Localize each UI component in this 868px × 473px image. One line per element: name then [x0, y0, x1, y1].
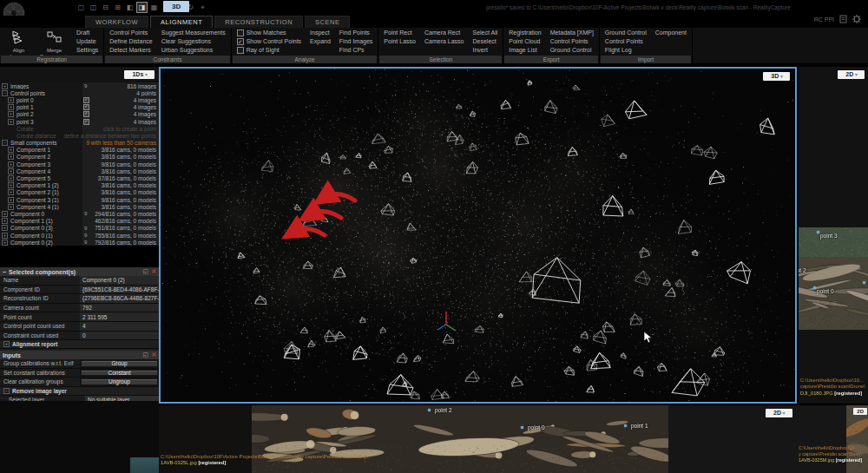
tree-row[interactable]: +Component 0 (3)9751/816 cams, 0 models	[0, 225, 159, 232]
ribbon-item-settings[interactable]: Settings	[76, 46, 98, 55]
checkbox-icon[interactable]	[237, 30, 244, 36]
expander-icon[interactable]: +	[8, 119, 14, 125]
ribbon-item-find-points[interactable]: Find Points	[339, 29, 373, 37]
ribbon-item-metadata-xmp-[interactable]: Metadata [XMP]	[550, 29, 594, 37]
ribbon-item-ground-control[interactable]: Ground Control	[550, 46, 594, 55]
expander-icon[interactable]: +	[8, 104, 14, 110]
split-rows-icon[interactable]: ⊟	[101, 3, 110, 12]
expand-icon[interactable]: +	[3, 341, 10, 347]
view-mode-3d-button[interactable]: 3D	[163, 1, 189, 12]
ribbon-item-clear-suggestions[interactable]: Clear Suggestions	[161, 37, 226, 46]
right-2d-panel[interactable]: 2D ▾ point 3 point 2 point 0 C:\Users\he…	[799, 67, 868, 404]
tree-row[interactable]: −Control points4 points	[0, 89, 159, 96]
ribbon-item-update[interactable]: Update	[76, 37, 98, 46]
merge-components-button[interactable]: MergeComponents	[41, 29, 68, 56]
enabled-checkbox-icon[interactable]: ✓	[83, 119, 89, 125]
expander-icon[interactable]: +	[8, 182, 14, 188]
thumbnail-partial[interactable]	[130, 457, 159, 473]
tree-row[interactable]: +Component 537/816 cams, 0 models	[0, 174, 159, 181]
document-icon[interactable]	[839, 15, 847, 23]
tree-row[interactable]: +point 1✓4 images	[0, 104, 159, 111]
expander-icon[interactable]: +	[8, 175, 14, 181]
grid-2x2-icon[interactable]: ⊞	[113, 3, 122, 12]
expander-icon[interactable]: +	[2, 218, 8, 224]
control-point-dot[interactable]	[863, 281, 865, 284]
ribbon-item-control-points[interactable]: Control Points	[109, 29, 152, 37]
close-panel-icon[interactable]: ✕	[151, 268, 156, 275]
tree-row[interactable]: +Component 39/816 cams, 0 models	[0, 161, 159, 168]
tree-row[interactable]: +Component 0 (2)9792/816 cams, 0 models	[0, 239, 159, 246]
tree-view-badge[interactable]: 1Ds ▾	[124, 70, 155, 79]
enabled-checkbox-icon[interactable]: ✓	[83, 104, 89, 110]
checkbox-icon[interactable]: ✓	[237, 38, 244, 45]
align-images-button[interactable]: AlignImages	[5, 29, 32, 56]
control-point-dot[interactable]	[521, 426, 523, 429]
right-panel-view-badge[interactable]: 2D ▾	[838, 70, 865, 79]
ribbon-item-deselect[interactable]: Deselect	[472, 37, 497, 46]
control-point-dot[interactable]	[813, 286, 816, 289]
checkbox-show-control-points[interactable]: ✓Show Control Points	[237, 37, 301, 46]
expander-icon[interactable]: −	[2, 140, 8, 146]
tree-row[interactable]: Create distancedefine a distance between…	[0, 132, 159, 139]
control-point-dot[interactable]	[624, 424, 627, 427]
ribbon-item-urban-suggestions[interactable]: Urban Suggestions	[161, 46, 226, 55]
expander-icon[interactable]: +	[8, 147, 14, 153]
maximize-layout-icon[interactable]: ▢	[76, 3, 86, 12]
tree-row[interactable]: +Component 23/816 cams, 0 models	[0, 154, 159, 161]
ribbon-item-find-images[interactable]: Find Images	[339, 37, 373, 46]
expander-icon[interactable]: +	[2, 225, 8, 231]
ribbon-item-flight-log[interactable]: Flight Log	[605, 46, 647, 55]
enabled-checkbox-icon[interactable]: ✓	[83, 97, 89, 103]
ungroup-button[interactable]: Ungroup	[81, 378, 158, 385]
ribbon-item-camera-lasso[interactable]: Camera Lasso	[424, 37, 464, 46]
tree-row[interactable]: +Component 4 (1)3/816 cams, 0 models	[0, 203, 159, 210]
settings-gear-icon[interactable]	[852, 15, 861, 23]
ribbon-item-define-distance[interactable]: Define Distance	[109, 37, 152, 46]
tree-row[interactable]: +Component 0 (1)9755/816 cams, 0 models	[0, 232, 159, 239]
ribbon-item-invert[interactable]: Invert	[472, 46, 497, 55]
collapse-icon[interactable]: −	[3, 269, 6, 275]
expander-icon[interactable]: +	[8, 189, 14, 195]
viewport-view-badge[interactable]: 3D ▾	[763, 72, 790, 81]
tab-workflow[interactable]: WORKFLOW	[85, 16, 148, 28]
ribbon-item-inspect[interactable]: Inspect	[310, 29, 331, 37]
ribbon-item-control-points[interactable]: Control Points	[605, 37, 647, 46]
tree-row[interactable]: +Component 1 (1)462/816 cams, 0 models	[0, 218, 159, 225]
tree-row[interactable]: +Component 09294/816 cams, 0 models	[0, 210, 159, 217]
strip-view-badge[interactable]: 2D ▾	[766, 409, 792, 417]
ribbon-item-select-all[interactable]: Select All	[472, 29, 497, 37]
dock-icon[interactable]: ◱	[143, 351, 149, 358]
group-button[interactable]: Group	[81, 360, 158, 367]
ribbon-item-control-points[interactable]: Control Points	[550, 37, 594, 46]
tree-row[interactable]: Createclick to create a point	[0, 125, 159, 132]
section-remove-image-layer[interactable]: −Remove image layer	[0, 387, 159, 396]
expander-icon[interactable]: +	[8, 161, 14, 168]
constant-button[interactable]: Constant	[81, 370, 158, 377]
expander-icon[interactable]: +	[2, 240, 8, 246]
ribbon-item-draft[interactable]: Draft	[76, 29, 98, 37]
selected-component-header[interactable]: − Selected component(s) ◱ ✕	[0, 267, 159, 276]
dock-icon[interactable]: ◱	[143, 268, 149, 275]
enabled-checkbox-icon[interactable]: ✓	[83, 111, 89, 117]
tree-row[interactable]: +Component 13/816 cams, 0 models	[0, 147, 159, 154]
split-columns-icon[interactable]: ◫	[89, 3, 98, 12]
tree-row[interactable]: +Component 2 (1)3/816 cams, 0 models	[0, 189, 159, 196]
expander-icon[interactable]: +	[2, 233, 8, 239]
ribbon-item-point-lasso[interactable]: Point Lasso	[384, 37, 416, 46]
close-panel-icon[interactable]: ✕	[151, 351, 156, 358]
ribbon-item-registration[interactable]: Registration	[509, 29, 541, 37]
point-cloud-canvas[interactable]	[161, 69, 795, 402]
pin-icon[interactable]: ⌖	[198, 3, 207, 12]
tree-row[interactable]: +Component 1 (2)3/816 cams, 0 models	[0, 182, 159, 189]
tree-row[interactable]: +Component 43/816 cams, 0 models	[0, 168, 159, 174]
thumb-view-badge[interactable]: 2D	[853, 408, 867, 415]
tab-scene[interactable]: SCENE	[305, 16, 350, 28]
expander-icon[interactable]: −	[2, 90, 8, 96]
expander-icon[interactable]: +	[8, 154, 14, 160]
registered-image-preview[interactable]: point 3 point 2 point 0	[799, 227, 868, 330]
tree-row[interactable]: +Images9816 images	[0, 82, 159, 89]
ribbon-item-expand[interactable]: Expand	[310, 37, 331, 46]
expander-icon[interactable]: +	[8, 204, 14, 210]
expander-icon[interactable]: +	[2, 83, 8, 89]
tree-row[interactable]: +point 2✓4 images	[0, 111, 159, 118]
